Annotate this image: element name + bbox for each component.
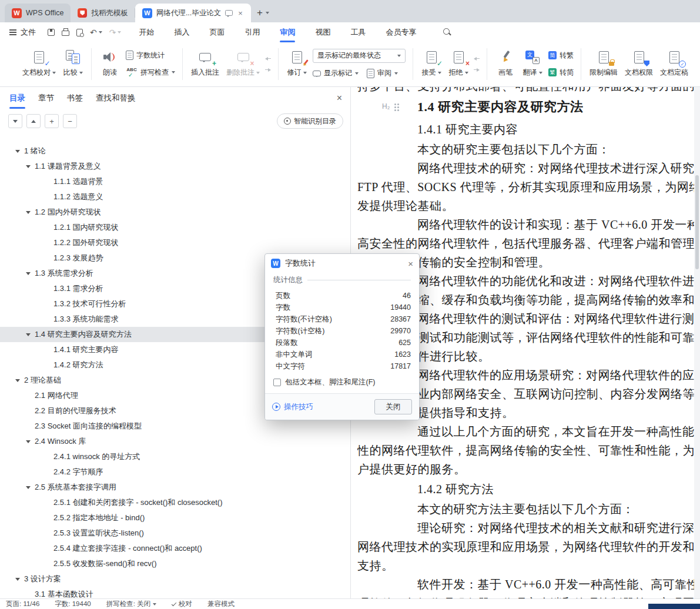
zoom-out-outline-button[interactable]: − [63,114,77,128]
toc-item[interactable]: 3 设计方案 [0,571,350,587]
chevron-down-icon[interactable] [52,72,56,74]
menu-tab[interactable]: 工具 [349,27,367,38]
insert-comment-button[interactable]: + 插入批注 [187,45,223,83]
toc-item[interactable]: 2.5.1 创建和关闭套接字 - socket()和 closesocket() [0,495,350,510]
expand-arrow-icon[interactable] [26,333,31,336]
show-markup-button[interactable]: 显示标记 [313,68,359,79]
chevron-down-icon[interactable] [438,72,441,74]
toc-item[interactable]: 1.1.2 选题意义 [0,189,350,205]
print-preview-button[interactable] [76,29,83,36]
checkbox-unchecked[interactable] [273,379,281,386]
toc-item[interactable]: 1.2 国内外研究现状 [0,205,350,220]
previous-comment-icon[interactable] [265,56,272,61]
menu-tab[interactable]: 页面 [208,27,226,38]
menu-tab[interactable]: 引用 [243,27,261,38]
review-options-button[interactable]: 审阅 [367,68,398,79]
word-count-button[interactable]: 字数统计 [126,49,165,61]
proofread-button[interactable]: 校对 [172,600,192,608]
chevron-down-icon[interactable] [266,12,269,14]
expand-arrow-icon[interactable] [26,165,31,168]
toc-item[interactable]: 1.1 课题背景及意义 [0,159,350,174]
comment-indicator-icon[interactable] [225,10,233,16]
doc-proof-button[interactable]: ✓ 文档校对 [19,45,59,83]
accept-button[interactable]: ✓ 接受 [418,45,445,83]
previous-change-icon[interactable] [474,56,480,61]
expand-all-button[interactable] [26,114,41,128]
spell-check-button[interactable]: ABC✓ 拼写检查 [126,66,175,78]
expand-arrow-icon[interactable] [15,578,20,581]
tips-link[interactable]: 操作技巧 [272,402,313,412]
chevron-down-icon[interactable] [153,603,156,605]
toc-item[interactable]: 3.1 基本函数设计 [0,587,350,598]
doc-permission-button[interactable]: 文档权限 [621,45,657,83]
spellcheck-status[interactable]: 拼写检查: 关闭 [106,600,156,608]
save-button[interactable] [48,29,55,36]
toc-item[interactable]: 2.3 Socket 面向连接的编程模型 [0,419,350,434]
menu-tab[interactable]: 插入 [173,27,190,38]
toc-item[interactable]: 2.5.3 设置监听状态-listen() [0,526,350,541]
word-count-indicator[interactable]: 字数: 19440 [55,600,91,608]
compare-button[interactable]: 比较 [59,45,86,83]
toc-item[interactable]: 1.2.1 国内研究现状 [0,220,350,235]
file-menu-button[interactable]: 文件 [9,27,36,38]
pen-button[interactable]: 画笔 [492,45,519,83]
chevron-down-icon[interactable] [303,72,307,74]
expand-arrow-icon[interactable] [26,486,31,489]
close-sidebar-icon[interactable]: × [337,93,342,103]
sidebar-tab[interactable]: 目录 [9,93,25,103]
toc-item[interactable]: 2.4.1 winsock 的寻址方式 [0,449,350,464]
dialog-titlebar[interactable]: W 字数统计 × [265,254,419,273]
expand-arrow-icon[interactable] [15,379,20,382]
doc-finalize-button[interactable]: 文档定稿 [657,45,692,83]
vertical-scrollbar[interactable] [694,87,700,598]
toc-item[interactable]: 2.5.2 指定本地地址 - bind() [0,510,350,526]
menu-tab[interactable]: 会员专享 [384,27,417,38]
delete-comment-button[interactable]: × 删除批注 [223,45,263,83]
restrict-editing-button[interactable]: 限制编辑 [586,45,621,83]
track-changes-button[interactable]: 修订 [283,45,310,83]
sidebar-tab[interactable]: 章节 [38,93,54,103]
search-icon[interactable] [443,28,452,37]
expand-arrow-icon[interactable] [15,150,20,153]
undo-button[interactable]: ↶ [90,28,102,36]
redo-button[interactable]: ↷ [109,28,122,36]
toc-item[interactable]: 1 绪论 [0,143,350,159]
scrollbar-thumb[interactable] [695,175,699,269]
markup-state-select[interactable]: 显示标记的最终状态 [313,49,406,63]
drag-handle-icon[interactable] [394,103,396,105]
next-comment-icon[interactable] [265,67,272,72]
toc-item[interactable]: 2.5.4 建立套接字连接 - connect()和 accept() [0,541,350,556]
sidebar-tab[interactable]: 查找和替换 [96,93,136,103]
translate-button[interactable]: 文A 翻译 [519,45,546,83]
read-aloud-button[interactable]: 朗读 [96,45,123,83]
toc-item[interactable]: 2.4 Winsock 库 [0,434,350,449]
toc-item[interactable]: 1.2.2 国外研究现状 [0,235,350,250]
chevron-down-icon[interactable] [465,72,468,74]
tab-docer-template[interactable]: 找稻壳模板 [71,4,135,22]
toc-item[interactable]: 2.4.2 字节顺序 [0,464,350,480]
toc-item[interactable]: 2.5 系统基本套接字调用 [0,480,350,495]
toc-item[interactable]: 2.5.5 收发数据-send()和 recv() [0,556,350,571]
collapse-all-button[interactable] [8,114,22,128]
chevron-down-icon[interactable] [539,72,542,74]
close-dialog-icon[interactable]: × [408,259,413,268]
sidebar-tab[interactable]: 书签 [67,93,83,103]
chevron-down-icon[interactable] [99,31,102,34]
menu-tab[interactable]: 审阅 [279,27,296,38]
expand-arrow-icon[interactable] [26,211,31,214]
dialog-close-button[interactable]: 关闭 [374,399,412,414]
next-change-icon[interactable] [474,67,480,72]
to-traditional-button[interactable]: 简 转繁 [548,49,574,61]
chevron-down-icon[interactable] [355,72,359,75]
menu-tab[interactable]: 开始 [138,27,155,38]
chevron-down-icon[interactable] [79,72,83,74]
smart-recognize-toc-button[interactable]: 智能识别目录 [277,113,343,129]
expand-arrow-icon[interactable] [26,272,31,275]
heading-level-marker[interactable]: H₂ [382,102,396,111]
tab-wps-home[interactable]: W WPS Office [5,4,71,22]
zoom-in-outline-button[interactable]: + [45,114,59,128]
chevron-down-icon[interactable] [394,72,398,75]
chevron-down-icon[interactable] [172,71,175,73]
reject-button[interactable]: × 拒绝 [445,45,472,83]
print-button[interactable] [62,29,69,36]
